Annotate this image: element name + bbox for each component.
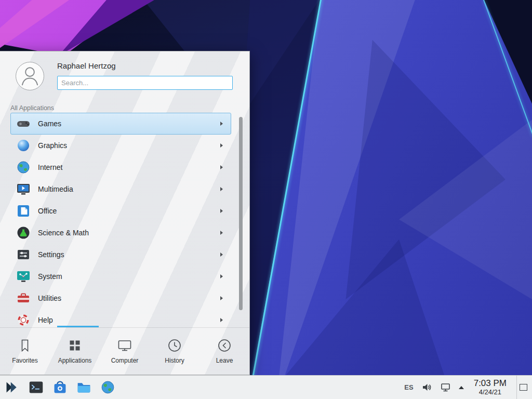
clock-time: 7:03 PM	[474, 378, 507, 389]
chevron-right-icon	[220, 296, 223, 300]
computer-monitor-icon	[117, 338, 132, 353]
taskbar: ES 7:03 PM 4/24/21	[0, 375, 532, 399]
user-name: Raphael Hertzog	[57, 61, 116, 70]
category-games[interactable]: Games	[10, 113, 231, 135]
category-label: Science & Math	[38, 229, 220, 237]
category-internet[interactable]: Internet	[10, 156, 231, 178]
web-browser-icon[interactable]	[99, 379, 116, 396]
tab-label: Leave	[216, 357, 233, 364]
tab-label: History	[165, 357, 184, 364]
science-flask-icon	[16, 225, 31, 240]
category-office[interactable]: Office	[10, 200, 231, 222]
bookmark-icon	[17, 338, 33, 353]
user-avatar[interactable]	[16, 62, 44, 90]
taskbar-app-icons	[0, 379, 116, 396]
settings-sliders-icon	[16, 247, 31, 262]
show-desktop-button[interactable]	[516, 376, 530, 399]
show-desktop-icon	[520, 384, 527, 391]
category-graphics[interactable]: Graphics	[10, 135, 231, 156]
category-multimedia[interactable]: Multimedia	[10, 178, 231, 200]
category-label: Settings	[38, 250, 220, 259]
category-label: Help	[38, 316, 220, 324]
application-category-list: Games Graphics Internet	[0, 113, 249, 328]
scrollbar[interactable]	[239, 117, 243, 310]
category-label: Internet	[38, 163, 220, 171]
category-label: Graphics	[38, 141, 220, 150]
category-system[interactable]: System	[10, 265, 231, 287]
section-label: All Applications	[10, 104, 54, 112]
chevron-right-icon	[220, 274, 223, 278]
category-help[interactable]: Help	[10, 309, 231, 328]
chevron-right-icon	[220, 143, 223, 148]
category-label: Multimedia	[38, 185, 220, 193]
expand-tray-icon[interactable]	[459, 386, 464, 389]
graphics-sphere-icon	[16, 138, 31, 153]
system-tray: ES 7:03 PM 4/24/21	[404, 376, 532, 399]
tab-favorites[interactable]: Favorites	[0, 327, 50, 375]
tab-computer[interactable]: Computer	[100, 327, 150, 375]
tab-applications[interactable]: Applications	[50, 327, 100, 375]
leave-icon	[217, 338, 232, 353]
category-label: Office	[38, 207, 220, 215]
app-grid-icon	[67, 338, 83, 353]
search-input[interactable]	[57, 76, 233, 90]
file-manager-icon[interactable]	[75, 379, 92, 396]
chevron-right-icon	[220, 252, 223, 257]
chevron-right-icon	[220, 318, 223, 322]
tab-label: Computer	[111, 357, 139, 364]
gamepad-icon	[16, 116, 31, 131]
clock-icon	[167, 338, 182, 353]
category-label: System	[38, 272, 220, 281]
help-lifebuoy-icon	[16, 313, 31, 327]
clock-widget[interactable]: 7:03 PM 4/24/21	[472, 378, 509, 396]
tab-label: Applications	[58, 357, 92, 364]
chevron-right-icon	[220, 231, 223, 235]
keyboard-layout-indicator[interactable]: ES	[404, 383, 413, 391]
launcher-tab-bar: Favorites Applications Computer	[0, 327, 249, 375]
network-icon[interactable]	[440, 382, 451, 393]
software-center-icon[interactable]	[51, 379, 69, 396]
terminal-icon[interactable]	[28, 379, 45, 396]
globe-icon	[16, 160, 31, 175]
category-label: Utilities	[38, 294, 220, 302]
office-document-icon	[16, 204, 31, 218]
clock-date: 4/24/21	[474, 389, 507, 396]
utilities-toolbox-icon	[16, 291, 31, 305]
chevron-right-icon	[220, 209, 223, 213]
application-launcher-menu: Raphael Hertzog All Applications Games G…	[0, 51, 250, 375]
volume-icon[interactable]	[421, 382, 432, 393]
chevron-right-icon	[220, 165, 223, 169]
category-label: Games	[38, 119, 220, 128]
multimedia-monitor-icon	[16, 182, 31, 196]
user-icon	[16, 62, 44, 90]
category-settings[interactable]: Settings	[10, 244, 231, 265]
category-utilities[interactable]: Utilities	[10, 287, 231, 309]
tab-label: Favorites	[12, 357, 37, 364]
tab-history[interactable]: History	[150, 327, 200, 375]
category-science-math[interactable]: Science & Math	[10, 222, 231, 244]
chevron-right-icon	[220, 122, 223, 126]
tab-leave[interactable]: Leave	[200, 327, 249, 375]
chevron-right-icon	[220, 187, 223, 191]
system-monitor-icon	[16, 269, 31, 284]
kickoff-launcher-icon[interactable]	[4, 379, 21, 396]
